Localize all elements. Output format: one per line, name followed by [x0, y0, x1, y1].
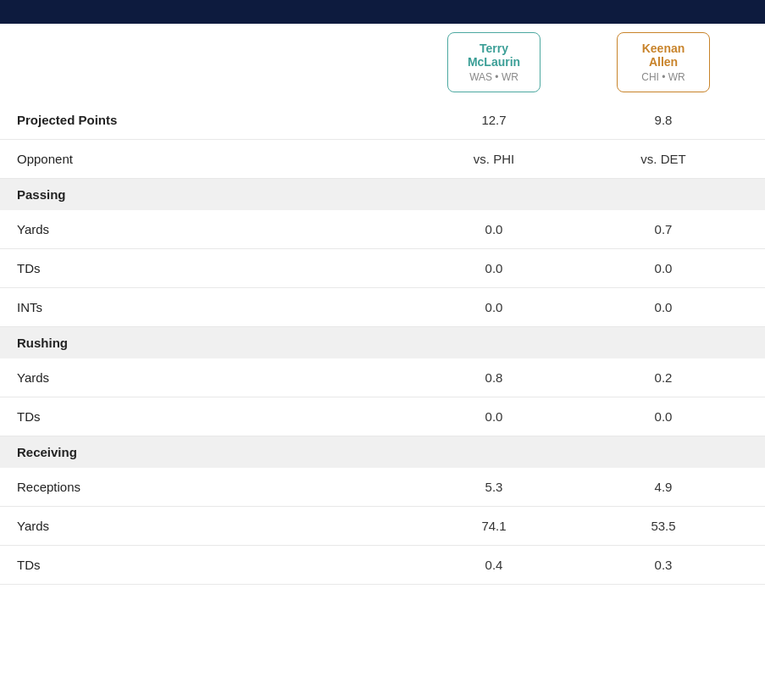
col-val-0: 0.8	[409, 370, 579, 385]
col-val-1: 0.3	[579, 558, 748, 572]
col-val-1: 4.9	[579, 480, 748, 494]
player-card-terry: TerryMcLaurin WAS • WR	[447, 32, 540, 92]
section-label: Receiving	[17, 445, 748, 459]
col-val-1: 0.0	[579, 409, 748, 424]
player-meta-terry: WAS • WR	[462, 71, 526, 83]
data-row-tds: TDs0.00.0	[0, 249, 765, 288]
col-val-0: 0.0	[409, 300, 579, 314]
col-val-1: 0.7	[579, 222, 748, 236]
data-row-yards: Yards0.80.2	[0, 358, 765, 397]
col-val-1: 0.2	[579, 370, 748, 385]
players-header-row: TerryMcLaurin WAS • WR KeenanAllen CHI •…	[0, 24, 765, 101]
row-label: Projected Points	[17, 113, 409, 127]
section-label: Passing	[17, 187, 748, 202]
row-label: Yards	[17, 519, 409, 533]
col-val-0: 0.0	[409, 261, 579, 275]
col-val-0: vs. PHI	[409, 152, 579, 166]
data-row-yards: Yards74.153.5	[0, 507, 765, 546]
header	[0, 0, 765, 24]
col-val-0: 74.1	[409, 519, 579, 533]
player-card-keenan: KeenanAllen CHI • WR	[617, 32, 710, 92]
data-row-yards: Yards0.00.7	[0, 210, 765, 249]
data-row-receptions: Receptions5.34.9	[0, 468, 765, 507]
table-area: Projected Points12.79.8Opponentvs. PHIvs…	[0, 101, 765, 585]
player-name-keenan: KeenanAllen	[631, 42, 696, 69]
col-val-0: 0.4	[409, 558, 579, 572]
player-col-1: TerryMcLaurin WAS • WR	[409, 32, 579, 92]
player-col-2: KeenanAllen CHI • WR	[579, 32, 748, 92]
player-name-terry: TerryMcLaurin	[462, 42, 526, 69]
data-row-ints: INTs0.00.0	[0, 288, 765, 327]
col-val-1: vs. DET	[579, 152, 748, 166]
col-val-0: 0.0	[409, 222, 579, 236]
data-row-tds: TDs0.00.0	[0, 397, 765, 436]
player-meta-keenan: CHI • WR	[631, 71, 696, 83]
col-val-1: 0.0	[579, 261, 748, 275]
row-label: Yards	[17, 222, 409, 236]
section-row-passing: Passing	[0, 179, 765, 210]
col-val-1: 0.0	[579, 300, 748, 314]
data-row-opponent: Opponentvs. PHIvs. DET	[0, 140, 765, 179]
section-row-receiving: Receiving	[0, 436, 765, 468]
col-val-1: 53.5	[579, 519, 748, 533]
data-row-tds: TDs0.40.3	[0, 546, 765, 585]
data-row-projected-points: Projected Points12.79.8	[0, 101, 765, 140]
col-val-0: 12.7	[409, 113, 579, 127]
row-label: TDs	[17, 558, 409, 572]
row-label: Yards	[17, 370, 409, 385]
col-val-1: 9.8	[579, 113, 748, 127]
row-label: TDs	[17, 409, 409, 424]
row-label: TDs	[17, 261, 409, 275]
col-val-0: 0.0	[409, 409, 579, 424]
row-label: INTs	[17, 300, 409, 314]
row-label: Opponent	[17, 152, 409, 166]
row-label: Receptions	[17, 480, 409, 494]
col-val-0: 5.3	[409, 480, 579, 494]
section-row-rushing: Rushing	[0, 327, 765, 358]
section-label: Rushing	[17, 336, 748, 350]
